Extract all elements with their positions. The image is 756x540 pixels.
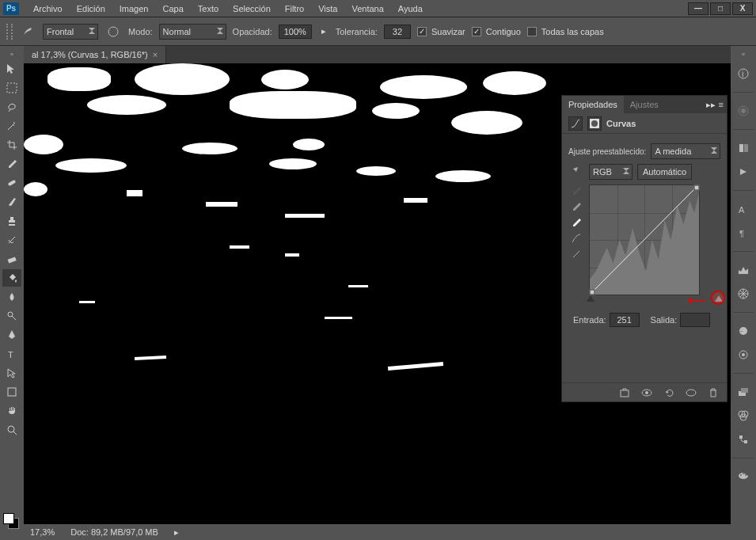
adjustments-panel-icon[interactable] [735, 322, 752, 340]
heal-tool[interactable] [2, 174, 21, 192]
histogram-panel-icon[interactable] [735, 261, 752, 279]
tab-adjustments[interactable]: Ajustes [624, 96, 665, 113]
marquee-tool[interactable] [2, 79, 21, 97]
pen-tool[interactable] [2, 326, 21, 344]
type-tool[interactable]: T [2, 345, 21, 363]
dodge-tool[interactable] [2, 307, 21, 325]
maximize-button[interactable]: □ [710, 2, 731, 15]
titlebar: Ps Archivo Edición Imagen Capa Texto Sel… [0, 0, 756, 17]
input-field[interactable]: 251 [610, 313, 640, 327]
libraries-panel-icon[interactable] [735, 139, 752, 157]
on-image-tool-icon[interactable] [568, 165, 584, 178]
minimize-button[interactable]: — [688, 2, 709, 15]
toggle-visibility-icon[interactable] [640, 386, 654, 400]
bucket-tool[interactable] [2, 269, 21, 287]
menu-layer[interactable]: Capa [156, 2, 189, 15]
panel-collapse-icon[interactable]: ▸▸ [706, 100, 716, 110]
options-grip-icon[interactable] [6, 24, 13, 40]
zoom-tool[interactable] [2, 421, 21, 439]
curve-point-shadow[interactable] [589, 290, 595, 295]
image-content [230, 91, 356, 119]
brush-preset-dropdown[interactable]: Frontal [43, 24, 98, 40]
blur-tool[interactable] [2, 288, 21, 306]
black-point-slider[interactable] [587, 295, 595, 302]
paths-panel-icon[interactable] [735, 431, 752, 448]
color-panel-icon[interactable] [735, 102, 752, 120]
menu-edit[interactable]: Edición [70, 2, 112, 15]
toggle-preview-icon[interactable] [684, 386, 698, 400]
opacity-flyout-icon[interactable]: ▸ [318, 23, 329, 40]
auto-button[interactable]: Automático [637, 164, 692, 180]
document-tab[interactable]: al 17,3% (Curvas 1, RGB/16*) × [24, 46, 166, 63]
brush-tool[interactable] [2, 193, 21, 211]
image-content [127, 190, 142, 196]
menu-select[interactable]: Selección [226, 2, 277, 15]
actions-panel-icon[interactable] [735, 163, 752, 181]
toolbox-expand-icon[interactable]: » [0, 49, 24, 59]
shape-tool[interactable] [2, 383, 21, 401]
right-dock: « i A ¶ [731, 46, 756, 540]
annotation-circle-icon [711, 291, 725, 305]
blend-mode-dropdown[interactable]: Normal [159, 24, 226, 40]
eyedropper-tool[interactable] [2, 155, 21, 173]
path-select-tool[interactable] [2, 364, 21, 382]
channel-dropdown[interactable]: RGB [589, 164, 633, 180]
active-tool-icon[interactable] [19, 23, 36, 40]
menu-window[interactable]: Ventana [345, 2, 389, 15]
curves-icon [568, 116, 583, 131]
navigator-panel-icon[interactable] [735, 285, 752, 302]
tab-properties[interactable]: Propiedades [562, 96, 624, 113]
opacity-field[interactable]: 100% [279, 25, 312, 39]
clip-to-layer-icon[interactable] [617, 386, 632, 400]
menu-view[interactable]: Vista [312, 2, 344, 15]
layer-mask-icon[interactable] [587, 116, 602, 131]
preset-dropdown[interactable]: A medida [651, 143, 720, 159]
curves-graph[interactable] [589, 184, 700, 295]
color-swatches[interactable] [2, 513, 22, 537]
brush-picker-button[interactable] [104, 23, 122, 40]
reset-icon[interactable] [662, 386, 676, 400]
close-button[interactable]: X [732, 2, 753, 15]
channels-panel-icon[interactable] [735, 407, 752, 424]
foreground-swatch[interactable] [3, 513, 14, 524]
wand-tool[interactable] [2, 117, 21, 135]
svg-point-17 [742, 353, 745, 356]
sample-white-icon[interactable] [568, 216, 584, 229]
lasso-tool[interactable] [2, 98, 21, 116]
menu-help[interactable]: Ayuda [392, 2, 429, 15]
paragraph-panel-icon[interactable]: ¶ [735, 224, 752, 241]
stamp-tool[interactable] [2, 212, 21, 230]
menu-image[interactable]: Imagen [113, 2, 155, 15]
eraser-tool[interactable] [2, 250, 21, 268]
draw-curve-icon[interactable] [568, 248, 584, 260]
sample-black-icon[interactable] [568, 184, 584, 197]
character-panel-icon[interactable]: A [735, 200, 752, 218]
edit-points-icon[interactable] [568, 232, 584, 245]
properties-panel: Propiedades Ajustes ▸▸ ≡ Curvas Ajuste p… [561, 95, 728, 402]
output-field[interactable] [680, 313, 710, 327]
hand-tool[interactable] [2, 402, 21, 420]
crop-tool[interactable] [2, 136, 21, 154]
tolerance-field[interactable]: 32 [384, 25, 411, 39]
history-brush-tool[interactable] [2, 231, 21, 249]
move-tool[interactable] [2, 60, 21, 78]
zoom-level[interactable]: 17,3% [30, 527, 55, 537]
menu-file[interactable]: Archivo [27, 2, 69, 15]
sample-gray-icon[interactable] [568, 200, 584, 213]
contiguous-checkbox[interactable]: Contiguo [472, 27, 521, 36]
dock-expand-icon[interactable]: « [731, 49, 756, 59]
all-layers-checkbox[interactable]: Todas las capas [527, 27, 604, 36]
toolbox: » T [0, 46, 24, 540]
statusbar-flyout-icon[interactable]: ▸ [174, 527, 179, 538]
curve-point-highlight[interactable] [694, 184, 700, 190]
close-icon[interactable]: × [153, 50, 158, 59]
swatches-panel-icon[interactable] [735, 468, 752, 485]
menu-filter[interactable]: Filtro [279, 2, 310, 15]
antialias-checkbox[interactable]: Suavizar [417, 27, 465, 36]
styles-panel-icon[interactable] [735, 346, 752, 363]
info-panel-icon[interactable]: i [735, 65, 752, 82]
panel-menu-icon[interactable]: ≡ [719, 100, 724, 110]
menu-text[interactable]: Texto [192, 2, 225, 15]
layers-panel-icon[interactable] [735, 383, 752, 401]
trash-icon[interactable] [706, 386, 720, 400]
